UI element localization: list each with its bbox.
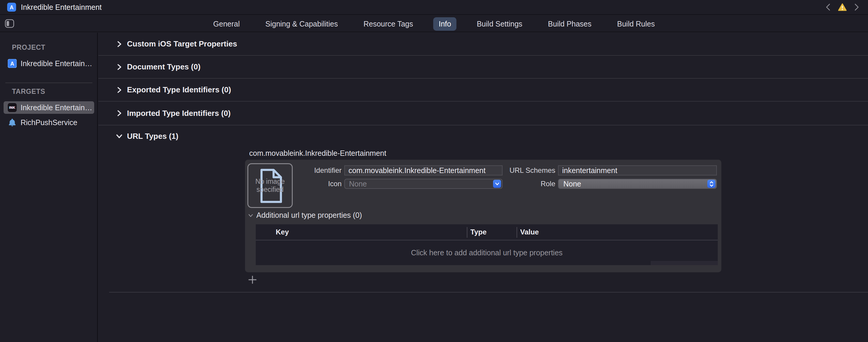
section-label: Custom iOS Target Properties (127, 39, 237, 48)
tab-signing-capabilities[interactable]: Signing & Capabilities (260, 17, 343, 31)
section-label: Imported Type Identifiers (0) (127, 109, 231, 118)
sidebar-item-target-richpushservice[interactable]: RichPushService (8, 116, 94, 129)
additional-properties-label: Additional url type properties (0) (256, 211, 362, 219)
issue-badge-button[interactable] (838, 3, 846, 11)
chevron-right-icon (116, 87, 123, 94)
column-separator[interactable] (517, 227, 517, 238)
chevron-right-icon (116, 64, 123, 71)
project-section-header: PROJECT (12, 43, 45, 52)
column-separator[interactable] (467, 227, 467, 238)
url-schemes-label: URL Schemes (498, 165, 555, 175)
table-resize-strip (651, 261, 718, 265)
add-url-type-button[interactable] (247, 275, 257, 285)
sidebar-item-label: Inkredible Entertain… (21, 103, 92, 112)
chevron-up-down-icon (709, 181, 714, 187)
tab-info[interactable]: Info (433, 17, 457, 31)
window-titlebar: A Inkredible Entertainment (0, 0, 868, 15)
additional-properties-disclosure[interactable]: Additional url type properties (0) (248, 211, 362, 219)
tab-build-rules[interactable]: Build Rules (612, 17, 660, 31)
chevron-right-icon (116, 40, 123, 48)
icon-combobox-value: None (345, 180, 367, 188)
bell-icon (8, 118, 17, 127)
url-schemes-input[interactable] (558, 165, 717, 175)
section-label: Exported Type Identifiers (0) (127, 85, 231, 95)
plus-icon (248, 275, 257, 284)
editor-tab-bar: General Signing & Capabilities Resource … (208, 15, 660, 32)
role-popup-value: None (559, 180, 581, 188)
chevron-down-icon (116, 133, 123, 140)
sidebar-item-label: Inkredible Entertain… (21, 59, 92, 68)
warning-triangle-icon (838, 3, 846, 12)
column-header-value: Value (520, 224, 539, 240)
targets-section-header: TARGETS (12, 88, 45, 96)
no-image-text: No image specified (252, 177, 288, 194)
project-targets-sidebar: PROJECT A Inkredible Entertain… TARGETS … (0, 33, 98, 342)
tab-general[interactable]: General (208, 17, 245, 31)
chevron-left-icon (825, 3, 831, 11)
role-popup-button[interactable]: None (558, 179, 717, 189)
add-property-placeholder[interactable]: Click here to add additional url type pr… (256, 240, 718, 265)
app-store-a-icon: A (8, 59, 17, 68)
tab-build-phases[interactable]: Build Phases (542, 17, 597, 31)
additional-properties-table: Key Type Value Click here to add additio… (256, 224, 718, 265)
column-header-type: Type (470, 224, 487, 240)
sidebar-item-project[interactable]: A Inkredible Entertain… (8, 57, 94, 70)
sidebar-item-target-app[interactable]: INK Inkredible Entertain… (4, 101, 94, 114)
back-button[interactable] (824, 3, 832, 11)
sidebar-item-label: RichPushService (21, 118, 77, 127)
popup-stepper-button[interactable] (707, 180, 715, 188)
window-title: Inkredible Entertainment (21, 3, 102, 12)
app-store-a-icon: A (7, 3, 16, 12)
svg-text:A: A (10, 4, 14, 10)
identifier-label: Identifier (281, 165, 342, 175)
icon-combobox[interactable]: None (344, 179, 502, 189)
section-label: Document Types (0) (127, 62, 200, 71)
titlebar-controls (824, 3, 863, 11)
section-exported-type-identifiers[interactable]: Exported Type Identifiers (0) (98, 79, 868, 102)
section-document-types[interactable]: Document Types (0) (98, 56, 868, 79)
icon-label: Icon (305, 179, 342, 189)
table-header-row: Key Type Value (256, 224, 718, 240)
chevron-down-icon (495, 182, 500, 185)
column-header-key: Key (276, 224, 289, 240)
forward-button[interactable] (852, 3, 861, 11)
chevron-right-icon (116, 110, 123, 117)
editor-toolbar: General Signing & Capabilities Resource … (0, 15, 868, 32)
identifier-input[interactable] (344, 165, 502, 175)
tab-build-settings[interactable]: Build Settings (471, 17, 528, 31)
url-type-card: No image specified Identifier URL Scheme… (245, 160, 721, 272)
role-label: Role (520, 179, 555, 189)
section-imported-type-identifiers[interactable]: Imported Type Identifiers (0) (98, 102, 868, 126)
ink-app-badge-icon: INK (8, 103, 17, 112)
sidebar-toggle-icon (5, 19, 14, 28)
sidebar-divider (5, 82, 92, 83)
sidebar-toggle-button[interactable] (5, 19, 14, 28)
section-custom-ios-target-properties[interactable]: Custom iOS Target Properties (98, 33, 868, 56)
combo-dropdown-button[interactable] (493, 180, 501, 188)
section-url-types[interactable]: URL Types (1) (98, 126, 868, 147)
section-label: URL Types (1) (127, 132, 178, 141)
section-divider (109, 292, 868, 293)
svg-text:A: A (10, 61, 14, 67)
chevron-right-icon (854, 3, 860, 11)
url-type-name: com.movableink.Inkredible-Entertainment (249, 149, 386, 158)
tab-resource-tags[interactable]: Resource Tags (358, 17, 418, 31)
chevron-down-icon (248, 213, 253, 218)
